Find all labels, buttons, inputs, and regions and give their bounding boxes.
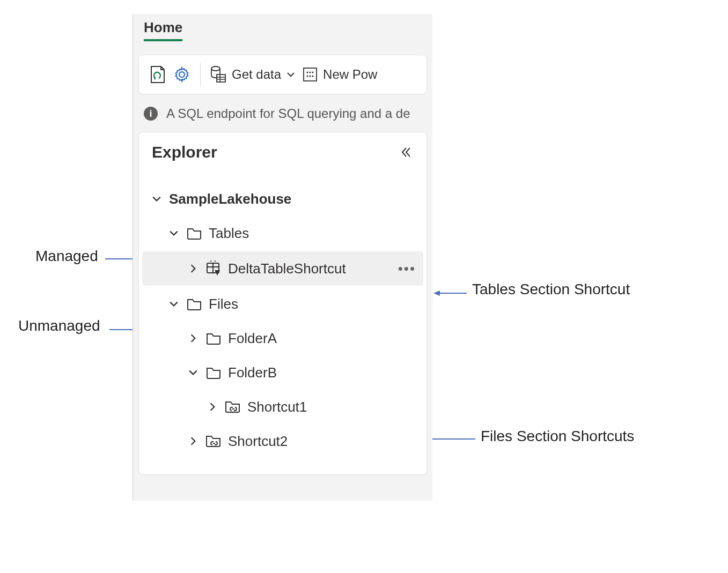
new-pow-label: New Pow <box>323 67 377 82</box>
refresh-button[interactable] <box>149 66 166 83</box>
table-shortcut-icon <box>205 261 222 277</box>
tree-node-label: FolderB <box>228 364 277 381</box>
annotation-unmanaged: Unmanaged <box>18 317 100 334</box>
tab-home[interactable]: Home <box>144 19 182 41</box>
tree-node-label: FolderA <box>228 330 277 347</box>
chevron-down-icon[interactable] <box>151 193 163 205</box>
toolbar-separator <box>200 63 201 86</box>
grid-icon <box>303 67 318 82</box>
tree-node-folder-a[interactable]: FolderA <box>139 321 426 355</box>
gear-icon <box>174 66 190 83</box>
tree-node-delta-shortcut[interactable]: DeltaTableShortcut ••• <box>142 251 423 286</box>
annotation-tables-shortcut: Tables Section Shortcut <box>472 281 630 298</box>
svg-point-17 <box>312 71 313 73</box>
toolbar: Get data New Pow <box>138 55 427 94</box>
tab-strip: Home <box>133 14 432 50</box>
tree-node-shortcut1[interactable]: Shortcut1 <box>139 390 426 424</box>
new-pow-button[interactable]: New Pow <box>303 67 377 82</box>
chevron-down-icon[interactable] <box>168 227 180 239</box>
chevron-right-icon[interactable] <box>187 435 199 447</box>
explorer-panel: Explorer SampleLakehouse <box>138 132 427 475</box>
tree-node-label: Shortcut2 <box>228 433 288 450</box>
svg-point-20 <box>312 75 313 77</box>
tree-node-label: Files <box>209 296 238 312</box>
info-icon: i <box>144 107 158 121</box>
database-table-icon <box>210 66 226 83</box>
tree-node-tables[interactable]: Tables <box>139 216 426 250</box>
tree-node-label: Shortcut1 <box>247 399 307 415</box>
explorer-tree: SampleLakehouse Tables <box>139 167 426 458</box>
tree-node-label: Tables <box>209 225 249 242</box>
folder-shortcut-icon <box>205 433 222 449</box>
folder-icon <box>205 364 222 381</box>
explorer-title: Explorer <box>152 143 217 161</box>
get-data-label: Get data <box>232 67 281 82</box>
explorer-header: Explorer <box>139 140 426 167</box>
arrow-tables-shortcut <box>433 289 467 297</box>
tree-node-files[interactable]: Files <box>139 287 426 321</box>
tree-node-lakehouse[interactable]: SampleLakehouse <box>139 182 426 216</box>
info-bar: i A SQL endpoint for SQL querying and a … <box>133 94 432 126</box>
annotation-managed: Managed <box>35 248 98 265</box>
folder-icon <box>205 330 222 346</box>
collapse-panel-button[interactable] <box>399 145 414 160</box>
svg-rect-10 <box>217 75 225 82</box>
annotation-files-shortcuts: Files Section Shortcuts <box>481 428 634 445</box>
svg-marker-5 <box>433 291 440 296</box>
svg-point-19 <box>309 75 311 77</box>
chevron-right-icon[interactable] <box>187 332 199 344</box>
svg-point-16 <box>309 71 311 73</box>
more-actions-button[interactable]: ••• <box>398 261 423 277</box>
tree-node-label: SampleLakehouse <box>169 191 291 207</box>
chevron-double-left-icon <box>400 146 412 158</box>
folder-shortcut-icon <box>225 399 241 415</box>
svg-point-15 <box>306 71 308 73</box>
svg-point-9 <box>211 66 220 71</box>
tree-node-shortcut2[interactable]: Shortcut2 <box>139 424 426 458</box>
settings-button[interactable] <box>173 66 190 83</box>
tree-node-folder-b[interactable]: FolderB <box>139 355 426 390</box>
folder-icon <box>186 296 202 312</box>
chevron-down-icon[interactable] <box>187 367 199 378</box>
tree-node-label: DeltaTableShortcut <box>228 261 346 277</box>
info-text: A SQL endpoint for SQL querying and a de <box>166 106 410 121</box>
chevron-right-icon[interactable] <box>187 263 199 274</box>
get-data-button[interactable]: Get data <box>210 66 295 83</box>
app-panel: Home <box>133 14 432 501</box>
folder-icon <box>186 225 202 241</box>
svg-point-18 <box>306 75 308 77</box>
refresh-icon <box>149 65 165 84</box>
chevron-down-icon[interactable] <box>168 298 180 310</box>
svg-rect-14 <box>304 68 317 81</box>
chevron-right-icon[interactable] <box>207 401 218 413</box>
chevron-down-icon <box>286 70 295 79</box>
